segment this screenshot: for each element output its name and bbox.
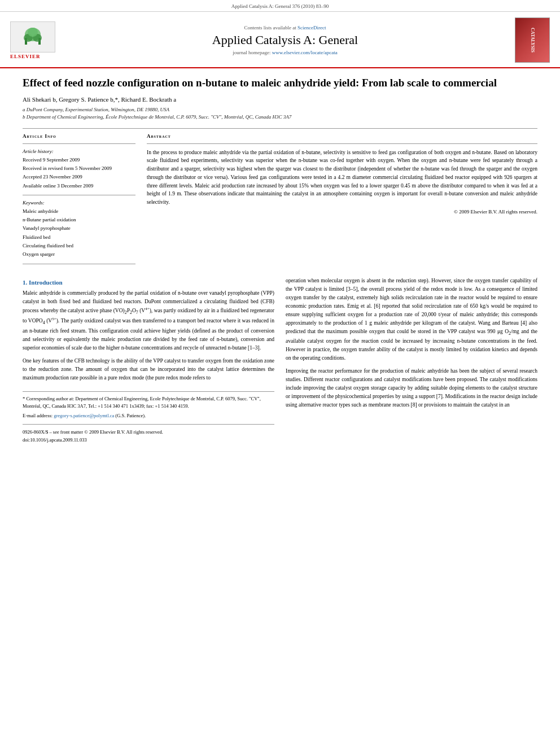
authors: Ali Shekari b, Gregory S. Patience b,*, … [23, 96, 537, 103]
svg-point-5 [28, 28, 38, 37]
article-info-column: Article Info Article history: Received 9… [23, 133, 135, 269]
copyright: © 2009 Elsevier B.V. All rights reserved… [147, 209, 537, 215]
journal-cover-image: CATALYSIS [515, 18, 550, 63]
elsevier-text: ELSEVIER [10, 54, 41, 59]
keyword-1: Maleic anhydride [23, 207, 135, 216]
footer-section: * Corresponding author at: Department of… [23, 391, 274, 443]
affiliation-a: a DuPont Company, Experimental Station, … [23, 106, 537, 114]
body-content: 1. Introduction Maleic anhydride is comm… [23, 277, 537, 443]
keyword-6: Oxygen sparger [23, 250, 135, 259]
affiliations: a DuPont Company, Experimental Station, … [23, 106, 537, 121]
main-content: Effect of feed nozzle configuration on n… [0, 68, 560, 451]
keyword-4: Fluidized bed [23, 233, 135, 242]
footnote-email: E-mail address: gregory-s.patience@polym… [23, 412, 274, 420]
divider-1 [23, 128, 537, 129]
journal-homepage: journal homepage: www.elsevier.com/locat… [61, 50, 509, 55]
elsevier-logo-image [10, 21, 55, 53]
abstract-text: In the process to produce maleic anhydri… [147, 148, 537, 207]
section1-right-para1: operation when molecular oxygen is absen… [286, 277, 537, 362]
elsevier-logo-block: ELSEVIER [10, 21, 55, 59]
article-info-header: Article Info [23, 133, 135, 139]
journal-header: ELSEVIER Contents lists available at Sci… [0, 12, 560, 68]
divider-keywords [23, 195, 135, 195]
doi-line: doi:10.1016/j.apcata.2009.11.033 [23, 437, 274, 443]
divider-end [23, 264, 135, 264]
keyword-2: n-Butane partial oxidation [23, 216, 135, 224]
received-date: Received 9 September 2009 [23, 156, 135, 164]
keywords-list: Maleic anhydride n-Butane partial oxidat… [23, 207, 135, 259]
divider-info [23, 143, 135, 144]
abstract-column: Abstract In the process to produce malei… [147, 133, 537, 269]
email-note: (G.S. Patience). [115, 413, 146, 418]
keyword-5: Circulating fluidized bed [23, 242, 135, 250]
footnote-star: * Corresponding author at: Department of… [23, 395, 274, 410]
article-title: Effect of feed nozzle configuration on n… [23, 76, 537, 90]
section1-para1: Maleic anhydride is commercially produce… [23, 289, 274, 352]
top-bar: Applied Catalysis A: General 376 (2010) … [0, 0, 560, 12]
revised-date: Received in revised form 5 November 2009 [23, 164, 135, 173]
keywords-label: Keywords: [23, 200, 135, 206]
available-date: Available online 3 December 2009 [23, 182, 135, 190]
journal-center-block: Contents lists available at ScienceDirec… [55, 25, 515, 55]
keyword-3: Vanadyl pyrophosphate [23, 224, 135, 233]
homepage-link[interactable]: www.elsevier.com/locate/apcata [272, 50, 338, 55]
email-link[interactable]: gregory-s.patience@polymtl.ca [54, 413, 114, 418]
article-dates: Received 9 September 2009 Received in re… [23, 156, 135, 190]
section1-title: 1. Introduction [23, 279, 274, 286]
section1-para2: One key features of the CFB technology i… [23, 357, 274, 382]
contents-line: Contents lists available at ScienceDirec… [61, 25, 509, 30]
footer-divider [23, 424, 274, 425]
body-right-column: operation when molecular oxygen is absen… [286, 277, 537, 443]
body-left-column: 1. Introduction Maleic anhydride is comm… [23, 277, 274, 443]
sciencedirect-link[interactable]: ScienceDirect [298, 25, 326, 30]
accepted-date: Accepted 23 November 2009 [23, 173, 135, 181]
section1-right-para2: Improving the reactor performance for th… [286, 367, 537, 409]
journal-citation: Applied Catalysis A: General 376 (2010) … [231, 3, 329, 9]
email-label: E-mail address: [23, 413, 53, 418]
affiliation-b: b Department of Chemical Engineering, Éc… [23, 113, 537, 121]
abstract-header: Abstract [147, 133, 537, 139]
divider-abstract [147, 143, 537, 144]
issn-line: 0926-860X/$ – see front matter © 2009 El… [23, 429, 274, 435]
history-label: Article history: [23, 148, 135, 154]
article-info-abstract: Article Info Article history: Received 9… [23, 133, 537, 269]
journal-title: Applied Catalysis A: General [61, 33, 509, 47]
